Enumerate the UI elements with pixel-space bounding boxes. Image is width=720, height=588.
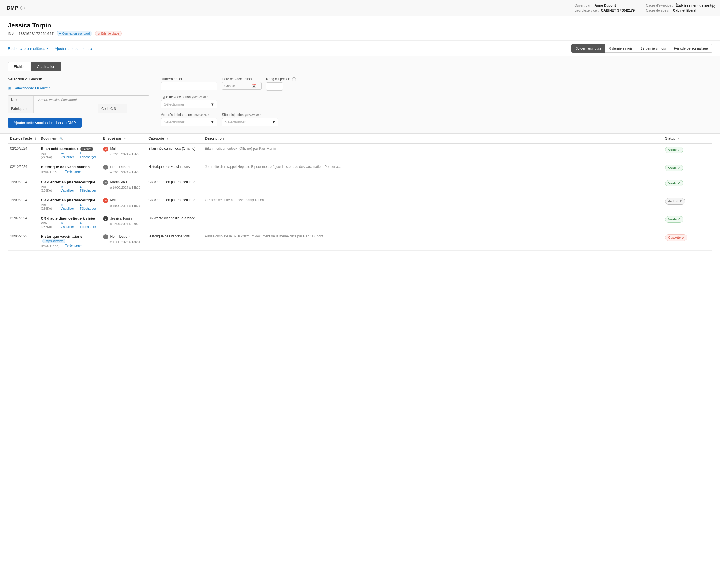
cell-date: 21/07/2024 <box>8 213 39 231</box>
status-badge: Archivé ⊘ <box>665 198 685 205</box>
calendar-icon: 📅 <box>252 84 256 88</box>
doc-visualiser-link[interactable]: 👁 Visualiser <box>61 152 77 159</box>
form-row-top: Numéro de lot Date de vaccination 📅 <box>161 77 712 90</box>
form-content: Sélection du vaccin ⊞ Sélectionner un va… <box>8 77 712 128</box>
badge-connexion: ● Connexion standard <box>57 31 92 36</box>
row-action-button[interactable]: ⋮ <box>702 147 710 153</box>
filter-30-days[interactable]: 30 derniers jours <box>571 44 605 52</box>
cell-description: Bilan médicamenteux (Officine) par Paul … <box>203 144 663 162</box>
data-table: Date de l'acte ⇅ Document 🔍 Envoyé par ▼… <box>8 133 712 251</box>
close-button[interactable]: ✕ <box>711 3 716 9</box>
form-left: Sélection du vaccin ⊞ Sélectionner un va… <box>8 77 149 128</box>
connexion-label: Connexion standard <box>62 32 90 35</box>
status-badge: Validé ✓ <box>665 165 683 171</box>
doc-visualiser-link[interactable]: 👁 Visualiser <box>61 185 77 192</box>
statut-filter-icon[interactable]: ▼ <box>677 137 680 140</box>
date-input[interactable] <box>224 84 250 88</box>
sender-name-row: M Moi <box>103 198 144 203</box>
ajouter-btn[interactable]: Ajouter un document ▲ <box>55 46 92 51</box>
date-input-wrap[interactable]: 📅 <box>222 82 262 90</box>
cadre-exercice-value: Établissement de santé <box>676 3 713 7</box>
cell-sender: M Moi le 19/09/2024 à 14h27 <box>101 195 146 213</box>
cell-action: ⋮ <box>700 144 712 162</box>
type-vaccination-select[interactable]: Sélectionner ▼ <box>161 100 218 108</box>
sender-info: J Jessica Torpin le 22/07/2024 à 9h03 <box>103 216 144 226</box>
col-header-date[interactable]: Date de l'acte ⇅ <box>8 133 39 144</box>
table-body: 02/10/2024Bilan médicamenteuxPatientPDF … <box>8 144 712 251</box>
filter-custom[interactable]: Période personnalisée <box>670 44 712 52</box>
row-action-button[interactable]: ⋮ <box>702 198 710 205</box>
tab-vaccination[interactable]: Vaccination <box>31 62 61 71</box>
status-badge: Obsolète ⊘ <box>665 234 687 241</box>
doc-meta: PDF (232Ko)👁 Visualiser⬇ Télécharger <box>41 221 99 228</box>
type-chevron-icon: ▼ <box>210 102 214 106</box>
vaccine-code-cis-value <box>126 104 149 113</box>
vaccine-fabriquant-label: Fabriquant <box>8 104 34 113</box>
doc-telecharger-link[interactable]: ⬇ Télécharger <box>80 152 99 159</box>
cell-categorie: Historique des vaccinations <box>146 231 203 251</box>
vaccine-code-cis-label: Code CIS <box>98 104 126 113</box>
status-badge: Validé ✓ <box>665 147 683 153</box>
cadre-soins-value: Cabinet libéral <box>673 8 697 13</box>
table-row: 19/09/2024CR d'entretien pharmaceutiqueP… <box>8 177 712 195</box>
table-row: 19/09/2024CR d'entretien pharmaceutiqueP… <box>8 195 712 213</box>
form-group-site: Site d'injection (facultatif) : Sélectio… <box>222 113 279 126</box>
categorie-filter-icon[interactable]: ▼ <box>166 137 169 140</box>
doc-visualiser-link[interactable]: 👁 Visualiser <box>61 222 77 228</box>
cell-description: CR archivé suite à fausse manipulation. <box>203 195 663 213</box>
sender-date: le 22/07/2024 à 9h03 <box>109 222 144 226</box>
rang-input[interactable] <box>266 82 283 90</box>
doc-meta: HVAC (14Ko)⬇ Télécharger <box>41 244 99 248</box>
form-row-bottom: Voie d'administration (facultatif) : Sél… <box>161 113 712 126</box>
table-row: 02/10/2024Bilan médicamenteuxPatientPDF … <box>8 144 712 162</box>
tab-vaccination-label: Vaccination <box>37 64 55 69</box>
document-search-icon[interactable]: 🔍 <box>59 137 63 140</box>
row-action-button[interactable]: ⋮ <box>702 234 710 241</box>
bris-icon: ⊘ <box>98 32 100 35</box>
tab-fichier[interactable]: Fichier <box>8 62 31 71</box>
cell-categorie: CR d'acte diagnostique à visée <box>146 213 203 231</box>
cell-date: 02/10/2024 <box>8 144 39 162</box>
time-filters: 30 derniers jours 6 derniers mois 12 der… <box>571 44 712 52</box>
doc-title: CR d'entretien pharmaceutique <box>41 180 99 184</box>
cell-statut: Obsolète ⊘ <box>663 231 700 251</box>
filter-6-months[interactable]: 6 derniers mois <box>605 44 637 52</box>
rang-info-icon[interactable]: i <box>292 77 296 81</box>
filter-12-months[interactable]: 12 derniers mois <box>637 44 670 52</box>
doc-title: CR d'entretien pharmaceutique <box>41 198 99 202</box>
site-injection-select[interactable]: Sélectionner ▼ <box>222 118 279 126</box>
sender-name-row: M Moi <box>103 147 144 152</box>
cell-document: Bilan médicamenteuxPatientPDF (247Ko)👁 V… <box>39 144 101 162</box>
doc-telecharger-link[interactable]: ⬇ Télécharger <box>80 203 99 210</box>
bris-label: Bris de glace <box>101 32 119 35</box>
recherche-btn[interactable]: Recherche par critères ▼ <box>8 46 49 51</box>
sender-info: M Martin Paul le 19/09/2024 à 14h29 <box>103 180 144 189</box>
connexion-icon: ● <box>59 32 61 35</box>
cadre-soins-row: Cadre de soins : Cabinet libéral <box>646 8 713 13</box>
form-group-lot: Numéro de lot <box>161 77 218 90</box>
sender-name-row: J Jessica Torpin <box>103 216 144 221</box>
ajouter-label: Ajouter un document <box>55 46 88 51</box>
sender-filter-icon[interactable]: ▼ <box>123 137 126 140</box>
form-tabs: Fichier Vaccination <box>8 62 712 71</box>
cell-statut: Validé ✓ <box>663 177 700 195</box>
doc-badge: Représentants <box>42 239 65 243</box>
doc-badge: Patient <box>80 147 93 151</box>
doc-type-size: HVAC (14Ko) <box>41 244 59 248</box>
voie-admin-select[interactable]: Sélectionner ▼ <box>161 118 218 126</box>
doc-telecharger-link[interactable]: ⬇ Télécharger <box>80 221 99 228</box>
lot-input[interactable] <box>161 82 218 90</box>
cell-description: Passé obsolète le 02/10/2024, cf documen… <box>203 231 663 251</box>
dmp-info-icon[interactable]: ? <box>20 6 25 10</box>
doc-telecharger-link[interactable]: ⬇ Télécharger <box>62 244 82 248</box>
cell-date: 19/09/2024 <box>8 177 39 195</box>
sender-name: Moi <box>110 147 116 151</box>
cell-document: Historique des vaccinationsHVAC (14Ko)⬇ … <box>39 162 101 177</box>
doc-visualiser-link[interactable]: 👁 Visualiser <box>61 204 77 210</box>
select-vaccine-button[interactable]: ⊞ Sélectionner un vaccin <box>8 85 51 91</box>
vaccine-fabriquant-value <box>34 104 98 113</box>
add-vaccination-button[interactable]: Ajouter cette vaccination dans le DMP <box>8 118 82 128</box>
doc-telecharger-link[interactable]: ⬇ Télécharger <box>62 170 82 173</box>
doc-telecharger-link[interactable]: ⬇ Télécharger <box>80 185 99 192</box>
patient-ins-row: INS : 188102B17295165T ● Connexion stand… <box>8 31 712 36</box>
